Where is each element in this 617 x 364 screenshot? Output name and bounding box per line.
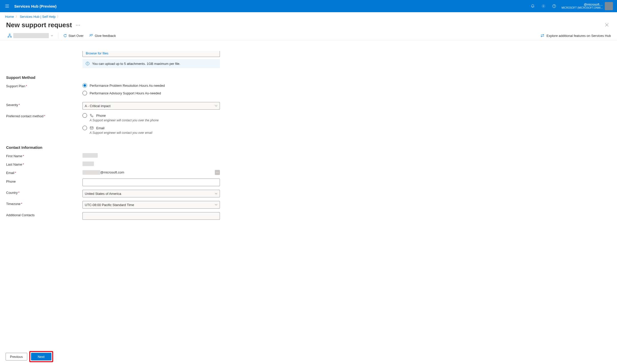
give-feedback-label: Give feedback [95, 34, 116, 38]
label-additional-contacts: Additional Contacts [6, 212, 82, 217]
topbar: Services Hub (Preview) @microsoft.... MI… [0, 0, 617, 12]
help-button[interactable] [549, 0, 559, 12]
label-support-plan: Support Plan* [6, 83, 82, 88]
radio-unchecked-icon [82, 91, 87, 95]
label-severity: Severity* [6, 102, 82, 107]
attachment-info-text: You can upload up to 5 attachments. 1GB … [92, 62, 180, 66]
notifications-button[interactable] [527, 0, 538, 12]
feedback-icon [89, 34, 93, 37]
contact-method-phone-label: Phone [96, 114, 106, 118]
sitemap-icon [8, 34, 12, 38]
support-plan-option-1[interactable]: Performance Problem Resolution Hours As-… [82, 83, 220, 88]
account-email: @microsoft.... [562, 3, 603, 6]
scope-value-redacted [13, 33, 49, 38]
contact-method-phone[interactable]: Phone [82, 113, 220, 118]
app-title: Services Hub (Preview) [14, 4, 57, 8]
attachment-info: You can upload up to 5 attachments. 1GB … [82, 59, 220, 68]
close-button[interactable] [603, 21, 611, 29]
contact-method-email[interactable]: Email [82, 126, 220, 130]
label-last-name: Last Name* [6, 162, 82, 166]
browse-files-button[interactable]: Browse for files [82, 51, 220, 57]
start-over-label: Start Over [68, 34, 83, 38]
chevron-down-icon [215, 192, 218, 195]
support-plan-option-1-label: Performance Problem Resolution Hours As-… [90, 84, 165, 88]
account-menu[interactable]: @microsoft.... MICROSOFT (MICROSOFT.ONMI… [559, 0, 615, 12]
chevron-right-icon: 〉 [57, 15, 60, 19]
severity-value: A - Critical impact [85, 104, 110, 108]
chevron-down-icon [215, 203, 218, 206]
breadcrumb-self-help[interactable]: Services Hub | Self Help [20, 15, 56, 19]
contact-method-email-label: Email [96, 126, 105, 130]
hamburger-menu-button[interactable] [3, 2, 11, 10]
account-avatar [605, 2, 613, 10]
hamburger-icon [5, 4, 9, 8]
label-preferred-contact: Preferred contact method* [6, 113, 82, 118]
breadcrumb-home[interactable]: Home [5, 15, 14, 19]
gear-icon [541, 4, 545, 8]
contact-method-phone-desc: A Support engineer will contact you over… [90, 119, 220, 122]
label-email: Email* [6, 170, 82, 175]
timezone-select[interactable]: UTC-08:00 Pacific Standard Time [82, 201, 220, 209]
country-select[interactable]: United States of America [82, 190, 220, 197]
svg-point-3 [543, 6, 544, 7]
chevron-right-icon: 〉 [16, 15, 18, 19]
help-icon [552, 4, 556, 8]
refresh-icon [63, 34, 67, 37]
timezone-value: UTC-08:00 Pacific Standard Time [85, 203, 134, 207]
next-label: Next [38, 355, 45, 359]
give-feedback-button[interactable]: Give feedback [87, 33, 118, 39]
next-button-highlight: Next [29, 351, 53, 362]
scope-selector[interactable] [6, 33, 55, 39]
label-country: Country* [6, 190, 82, 195]
close-icon [605, 23, 609, 27]
browse-files-label: Browse for files [86, 51, 108, 55]
svg-rect-9 [8, 36, 9, 37]
chevron-down-icon [215, 104, 218, 107]
email-icon [90, 126, 94, 129]
severity-select[interactable]: A - Critical impact [82, 102, 220, 110]
radio-checked-icon [82, 83, 87, 88]
previous-button[interactable]: Previous [6, 353, 27, 360]
page-title: New support request [6, 21, 72, 29]
command-bar: Start Over Give feedback Explore additio… [0, 31, 617, 40]
section-contact-info: Contact Information [6, 145, 230, 150]
support-plan-option-2[interactable]: Performance Advisory Support Hours As-ne… [82, 91, 220, 95]
phone-icon [90, 114, 94, 117]
label-first-name: First Name* [6, 153, 82, 158]
email-more-button[interactable]: ⋯ [215, 170, 220, 175]
country-value: United States of America [85, 192, 121, 196]
support-plan-option-2-label: Performance Advisory Support Hours As-ne… [90, 91, 161, 95]
label-phone: Phone [6, 179, 82, 183]
explore-features-link[interactable]: Explore additional features on Services … [540, 34, 611, 38]
next-button[interactable]: Next [31, 353, 51, 360]
chevron-down-icon [50, 34, 53, 37]
svg-rect-8 [9, 34, 10, 35]
title-row: New support request ⋯ [0, 21, 617, 31]
additional-contacts-input[interactable] [82, 212, 220, 220]
last-name-value-redacted [82, 162, 94, 166]
contact-method-email-desc: A Support engineer will contact you over… [90, 131, 220, 135]
account-tenant: MICROSOFT (MICROSOFT.ONMI... [562, 6, 603, 9]
start-over-button[interactable]: Start Over [61, 33, 86, 39]
footer: Previous Next [0, 349, 617, 364]
email-value: @microsoft.com [82, 170, 124, 175]
previous-label: Previous [10, 355, 23, 359]
explore-features-label: Explore additional features on Services … [546, 34, 611, 38]
svg-rect-10 [10, 36, 11, 37]
label-timezone: Timezone* [6, 201, 82, 206]
radio-unchecked-icon [82, 126, 87, 130]
settings-button[interactable] [538, 0, 549, 12]
section-support-method: Support Method [6, 75, 230, 80]
bell-icon [531, 4, 535, 8]
email-local-redacted [82, 170, 100, 175]
form-scroll-area[interactable]: Browse for files You can upload up to 5 … [0, 51, 617, 349]
swap-icon [540, 34, 544, 37]
radio-unchecked-icon [82, 113, 87, 118]
svg-point-14 [87, 63, 88, 63]
phone-input[interactable] [82, 179, 220, 186]
breadcrumb: Home 〉 Services Hub | Self Help 〉 [0, 12, 617, 21]
first-name-value-redacted [82, 153, 98, 158]
info-icon [86, 62, 90, 66]
svg-point-11 [90, 34, 91, 35]
more-actions-button[interactable]: ⋯ [75, 21, 81, 29]
